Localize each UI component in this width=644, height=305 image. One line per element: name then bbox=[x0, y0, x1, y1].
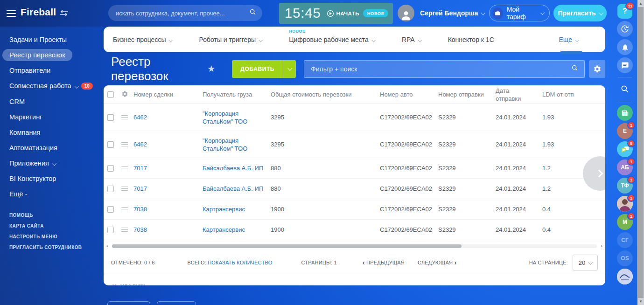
vscroll-thumb[interactable] bbox=[638, 7, 644, 298]
sidebar-item[interactable]: Компания bbox=[9, 128, 104, 137]
table-row[interactable]: 7038 Картрансервис 1900 C172002/69ECA02 … bbox=[104, 220, 605, 240]
user-os[interactable]: OS bbox=[617, 250, 633, 266]
row-checkbox[interactable] bbox=[107, 141, 114, 148]
recipient-link[interactable]: "Корпорация СтальКом" ТОО bbox=[203, 137, 271, 152]
col-header[interactable]: Получатель груза bbox=[203, 90, 271, 98]
nav-tab[interactable]: НОВОЕЦифровые рабочие места bbox=[289, 36, 375, 43]
row-menu-icon[interactable] bbox=[121, 206, 128, 213]
workspace-logo[interactable] bbox=[617, 269, 633, 284]
row-checkbox[interactable] bbox=[107, 165, 114, 172]
select-all-checkbox[interactable] bbox=[107, 91, 114, 98]
next-page-button[interactable]: СЛЕДУЮЩАЯ › bbox=[418, 260, 456, 265]
news-button[interactable] bbox=[617, 105, 633, 121]
scroll-down-icon[interactable]: ▼ bbox=[637, 298, 644, 305]
nav-tab[interactable]: Роботы и триггеры bbox=[199, 36, 262, 43]
user-sg[interactable]: СГ bbox=[617, 232, 633, 248]
recipient-link[interactable]: Байсалбаева А.Б. ИП bbox=[203, 164, 271, 172]
scroll-left-icon[interactable]: ‹ bbox=[106, 243, 108, 249]
sidebar-item[interactable]: Совместная работа10 bbox=[9, 81, 104, 91]
nav-tab[interactable]: RPA bbox=[402, 36, 421, 43]
timer-start-button[interactable]: НАЧАТЬ bbox=[327, 10, 359, 17]
col-header[interactable]: LDM от отп bbox=[542, 90, 605, 98]
table-row[interactable]: 7017 Байсалбаева А.Б. ИП 880 C172002/69E… bbox=[104, 179, 605, 199]
col-header[interactable]: Общая стоимость перевозки bbox=[271, 90, 380, 98]
row-menu-icon[interactable] bbox=[121, 114, 128, 121]
recipient-link[interactable]: "Корпорация СтальКом" ТОО bbox=[203, 110, 271, 125]
user-menu[interactable]: Сергей Бендорша bbox=[420, 9, 484, 17]
sidebar-item[interactable]: Задачи и Проекты bbox=[9, 35, 104, 44]
per-page-select[interactable]: 20 bbox=[573, 255, 598, 270]
deal-link[interactable]: 7017 bbox=[133, 165, 203, 172]
nav-tab[interactable]: Бизнес-процессы bbox=[113, 36, 172, 43]
sidebar-footer-item[interactable]: ПРИГЛАСИТЬ СОТРУДНИКОВ bbox=[9, 245, 104, 250]
sidebar-item[interactable]: Реестр перевозок bbox=[9, 50, 104, 60]
col-header[interactable]: Дата отправки bbox=[496, 87, 542, 103]
recipient-link[interactable]: Картрансервис bbox=[203, 205, 271, 213]
invite-button[interactable]: Пригласить bbox=[553, 5, 607, 21]
messenger-button[interactable]: 5 bbox=[617, 141, 633, 157]
notifications-button[interactable] bbox=[617, 39, 633, 55]
search-icon[interactable] bbox=[249, 8, 257, 18]
header-gear-icon[interactable] bbox=[121, 90, 133, 99]
row-menu-icon[interactable] bbox=[121, 141, 128, 148]
sidebar-item[interactable]: BI Конструктор bbox=[9, 174, 104, 183]
menu-icon[interactable] bbox=[7, 8, 16, 19]
row-checkbox[interactable] bbox=[107, 206, 114, 213]
user-ab[interactable]: АБ1 bbox=[617, 159, 633, 175]
pulse-button[interactable] bbox=[617, 21, 633, 37]
favorite-star-icon[interactable]: ★ bbox=[207, 63, 215, 74]
sidebar-item[interactable]: Маркетинг bbox=[9, 112, 104, 122]
recipient-link[interactable]: Байсалбаева А.Б. ИП bbox=[203, 185, 271, 193]
sidebar-item[interactable]: Приложения bbox=[9, 159, 104, 168]
grid-settings-button[interactable] bbox=[589, 60, 605, 78]
table-row[interactable]: 7017 Байсалбаева А.Б. ИП 880 C172002/69E… bbox=[104, 158, 605, 179]
sidebar-item[interactable]: CRM bbox=[9, 97, 104, 106]
col-header[interactable]: Номер отправки bbox=[438, 90, 496, 98]
user-photo[interactable]: 1 bbox=[617, 196, 633, 212]
deal-link[interactable]: 6462 bbox=[133, 141, 203, 148]
page-scrollbar[interactable]: ▲ ▼ bbox=[637, 0, 644, 305]
hscroll-thumb[interactable] bbox=[112, 244, 462, 248]
row-menu-icon[interactable] bbox=[121, 165, 128, 172]
col-header[interactable]: Номер сделки bbox=[133, 90, 203, 98]
global-search-input[interactable] bbox=[116, 10, 249, 17]
deal-link[interactable]: 7038 bbox=[133, 206, 203, 213]
deal-link[interactable]: 7038 bbox=[133, 226, 203, 233]
sidebar-footer-item[interactable]: НАСТРОИТЬ МЕНЮ bbox=[9, 234, 104, 239]
nav-tab[interactable]: Еще bbox=[559, 36, 579, 43]
row-checkbox[interactable] bbox=[107, 186, 114, 192]
filter-search-icon[interactable] bbox=[571, 64, 579, 74]
user-m[interactable]: М1 bbox=[617, 214, 633, 230]
sidebar-item[interactable]: Отправители bbox=[9, 66, 104, 75]
search-button[interactable] bbox=[617, 81, 633, 97]
delete-selected-button[interactable]: × УДАЛИТЬ bbox=[104, 274, 605, 285]
col-header[interactable]: Номер авто bbox=[380, 90, 438, 98]
prev-page-button[interactable]: ‹ ПРЕДЫДУЩАЯ bbox=[363, 260, 405, 265]
table-row[interactable]: 6462 "Корпорация СтальКом" ТОО 3295 C172… bbox=[104, 104, 605, 131]
show-count-link[interactable]: ПОКАЗАТЬ КОЛИЧЕСТВО bbox=[208, 260, 272, 265]
sidebar-footer-item[interactable]: КАРТА САЙТА bbox=[9, 223, 104, 229]
sidebar-footer-item[interactable]: ПОМОЩЬ bbox=[9, 213, 104, 218]
row-menu-icon[interactable] bbox=[121, 185, 128, 192]
table-row[interactable]: 6462 "Корпорация СтальКом" ТОО 3295 C172… bbox=[104, 131, 605, 158]
tariff-button[interactable]: Мой тариф bbox=[489, 5, 550, 21]
nav-tab[interactable]: Коннектор к 1С bbox=[448, 36, 494, 43]
add-dropdown-caret[interactable] bbox=[283, 60, 296, 78]
user-tf[interactable]: ТФ1 bbox=[617, 178, 633, 194]
chat-button[interactable] bbox=[617, 57, 633, 73]
row-checkbox[interactable] bbox=[107, 227, 114, 233]
row-menu-icon[interactable] bbox=[121, 226, 128, 233]
sidebar-toggle-icon[interactable] bbox=[60, 10, 68, 18]
task-timer[interactable]: 15:45 НАЧАТЬ НОВОЕ bbox=[279, 3, 393, 24]
row-checkbox[interactable] bbox=[107, 114, 114, 121]
user-e[interactable]: E1 bbox=[617, 123, 633, 139]
help-button[interactable]: ?11 bbox=[617, 4, 632, 19]
recipient-link[interactable]: Картрансервис bbox=[203, 226, 271, 234]
horizontal-scrollbar[interactable]: ‹ › bbox=[108, 244, 601, 249]
user-avatar[interactable] bbox=[398, 5, 414, 21]
sidebar-item[interactable]: Ещё - bbox=[9, 189, 104, 199]
deal-link[interactable]: 6462 bbox=[133, 114, 203, 121]
scroll-right-icon[interactable]: › bbox=[601, 243, 602, 249]
sidebar-item[interactable]: Автоматизация bbox=[9, 143, 104, 152]
scroll-up-icon[interactable]: ▲ bbox=[637, 0, 644, 7]
